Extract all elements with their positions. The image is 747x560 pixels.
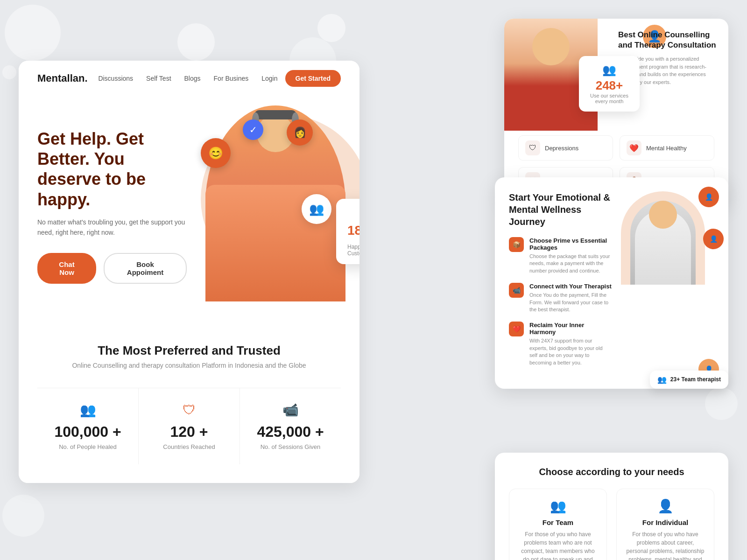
journey-layout: Start Your Emotional & Mental Wellness J… — [509, 191, 714, 375]
journey-panel: Start Your Emotional & Mental Wellness J… — [495, 177, 728, 389]
team-badge: 👥 23+ Team therapist — [650, 371, 728, 389]
journey-title: Start Your Emotional & Mental Wellness J… — [509, 191, 612, 228]
counselling-title: Best Online Counselling and Therapy Cons… — [618, 30, 717, 50]
mental-healthy-icon: ❤️ — [627, 140, 641, 155]
hero-person — [196, 101, 355, 301]
step-1-body: Choose the package that suits your needs… — [529, 253, 612, 274]
floating-avatar-1: 😊 — [201, 138, 231, 168]
choose-grid: 👥 For Team For those of you who have pro… — [509, 489, 714, 560]
individual-icon: 👤 — [626, 498, 705, 514]
nav-item-forbusiness[interactable]: For Busines — [214, 74, 249, 83]
choose-team-card: 👥 For Team For those of you who have pro… — [509, 489, 607, 560]
chat-now-button[interactable]: Chat Now — [37, 253, 96, 284]
service-mental-label: Mental Healthy — [646, 145, 687, 152]
service-depressions[interactable]: 🛡 Depressions — [518, 135, 613, 161]
get-started-button[interactable]: Get Started — [285, 70, 341, 87]
check-badge: ✓ — [243, 119, 263, 140]
service-depressions-label: Depressions — [545, 145, 578, 152]
video-icon: 📹 — [249, 402, 331, 418]
step-3-content: Reclaim Your Inner Harmony With 24X7 sup… — [529, 322, 612, 366]
stat-label-3: No. of Sessions Given — [249, 443, 331, 450]
stat-countries: 🛡 120 + Countries Reached — [139, 388, 240, 464]
journey-step-2: 📹 Connect with Your Therapist Once You d… — [509, 283, 612, 313]
nav-item-login[interactable]: Login — [261, 74, 277, 83]
shield-icon: 🛡 — [148, 402, 230, 418]
stats-section: The Most Preferred and Trusted Online Co… — [19, 320, 359, 483]
journey-avatar-1: 👤 — [698, 187, 719, 207]
choose-team-desc: For those of you who have problems team … — [519, 530, 597, 560]
journey-avatar-2: 👤 — [703, 229, 724, 249]
choose-individual-title: For Individual — [626, 518, 705, 526]
step-2-icon: 📹 — [509, 283, 524, 298]
hero-subtitle: No matter what's troubling you, get the … — [37, 217, 187, 238]
stat-label-2: Countries Reached — [148, 443, 230, 450]
nav-item-selftest[interactable]: Self Test — [146, 74, 171, 83]
step-1-icon: 📦 — [509, 237, 524, 252]
step-3-icon: ❤️ — [509, 322, 524, 336]
choose-individual-desc: For those of you who have problems about… — [626, 530, 705, 560]
nav-item-discussions[interactable]: Discussions — [98, 74, 133, 83]
service-mental-healthy[interactable]: ❤️ Mental Healthy — [620, 135, 714, 161]
step-3-body: With 24X7 support from our experts, bid … — [529, 337, 612, 366]
step-2-heading: Connect with Your Therapist — [529, 283, 612, 290]
stat-num-3: 425,000 + — [249, 423, 331, 441]
journey-step-1: 📦 Choose Prime vs Essential Packages Cho… — [509, 237, 612, 274]
journey-person — [630, 201, 696, 285]
hero-content: Get Help. Get Better. You deserve to be … — [37, 110, 187, 301]
choose-section: Choose according to your needs 👥 For Tea… — [495, 453, 728, 560]
services-count: 248+ — [588, 78, 630, 93]
stat-people-healed: 👥 100,000 + No. of People Healed — [37, 388, 139, 464]
journey-step-3: ❤️ Reclaim Your Inner Harmony With 24X7 … — [509, 322, 612, 366]
stats-subtitle: Online Counselling and therapy consultat… — [37, 362, 341, 369]
stat-num-1: 100,000 + — [47, 423, 129, 441]
stat-label-1: No. of People Healed — [47, 443, 129, 450]
choose-team-title: For Team — [519, 518, 597, 526]
stats-title: The Most Preferred and Trusted — [37, 343, 341, 358]
choose-title: Choose according to your needs — [509, 467, 714, 477]
floating-group-avatar: 👥 — [302, 194, 331, 224]
journey-image-circle — [621, 191, 705, 285]
main-panel: Mentallan. Discussions Self Test Blogs F… — [19, 61, 359, 483]
stats-grid: 👥 100,000 + No. of People Healed 🛡 120 +… — [37, 388, 341, 464]
nav-links: Discussions Self Test Blogs For Busines … — [98, 74, 277, 83]
nav-item-blogs[interactable]: Blogs — [184, 74, 201, 83]
stat-sessions: 📹 425,000 + No. of Sessions Given — [240, 388, 341, 464]
hero-section: Get Help. Get Better. You deserve to be … — [19, 96, 359, 320]
services-count-badge: 👥 248+ Use our services every month — [579, 56, 640, 112]
happy-customers-card: ❤️ 1835+ Happy Customers — [336, 199, 359, 264]
step-3-heading: Reclaim Your Inner Harmony — [529, 322, 612, 336]
book-appointment-button[interactable]: Book Appoiment — [104, 253, 187, 284]
services-label: Use our services every month — [588, 93, 630, 104]
happy-customers-label: Happy Customers — [347, 244, 359, 257]
hero-title: Get Help. Get Better. You deserve to be … — [37, 129, 187, 210]
floating-avatar-2: 👩 — [287, 119, 313, 146]
navbar: Mentallan. Discussions Self Test Blogs F… — [19, 61, 359, 96]
stat-num-2: 120 + — [148, 423, 230, 441]
hero-buttons: Chat Now Book Appoiment — [37, 253, 187, 284]
team-badge-text: 23+ Team therapist — [670, 376, 721, 383]
people-icon: 👥 — [47, 402, 129, 418]
logo: Mentallan. — [37, 72, 88, 84]
step-1-content: Choose Prime vs Essential Packages Choos… — [529, 237, 612, 274]
journey-visual: 👤 👤 👤 👥 23+ Team therapist — [621, 191, 714, 375]
hero-visual: 😊 👩 👥 ✓ ❤️ 1835+ Happy Customers — [187, 110, 341, 301]
team-icon: 👥 — [519, 498, 597, 514]
choose-individual-card: 👤 For Individual For those of you who ha… — [616, 489, 714, 560]
journey-content: Start Your Emotional & Mental Wellness J… — [509, 191, 612, 375]
depressions-icon: 🛡 — [525, 140, 540, 155]
step-2-content: Connect with Your Therapist Once You do … — [529, 283, 612, 313]
step-1-heading: Choose Prime vs Essential Packages — [529, 237, 612, 251]
step-2-body: Once You do the payment, Fill the Form. … — [529, 292, 612, 313]
happy-customers-count: 1835+ — [347, 223, 359, 238]
